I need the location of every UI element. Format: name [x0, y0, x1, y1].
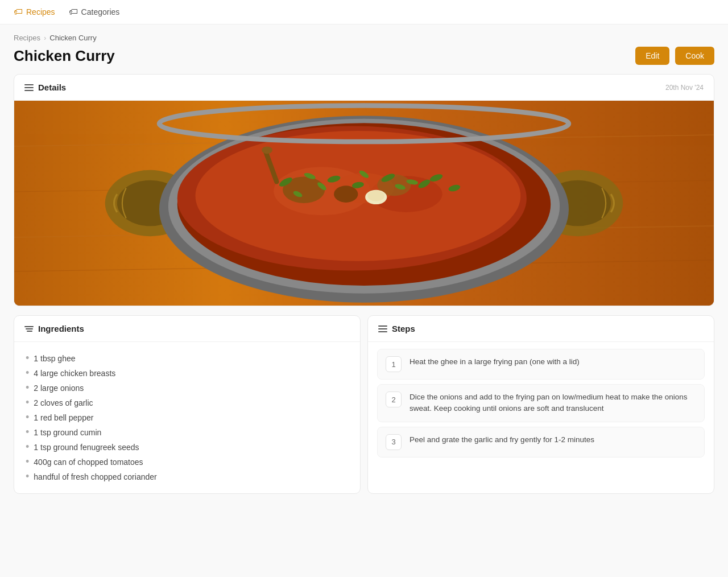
- cook-button[interactable]: Cook: [675, 47, 714, 65]
- details-card-title: Details: [24, 83, 66, 92]
- bullet-icon: •: [26, 368, 29, 378]
- curry-bowl-svg: [14, 101, 714, 306]
- steps-list: 1 Heat the ghee in a large frying pan (o…: [368, 342, 714, 464]
- step-number: 1: [386, 356, 402, 372]
- table-row: 1 Heat the ghee in a large frying pan (o…: [377, 349, 705, 380]
- list-item: •2 cloves of garlic: [26, 395, 349, 410]
- bullet-icon: •: [26, 456, 29, 467]
- steps-title-group: Steps: [378, 324, 415, 333]
- ingredients-card: Ingredients •1 tbsp ghee•4 large chicken…: [14, 315, 361, 494]
- nav-item-recipes[interactable]: 🏷 Recipes: [14, 7, 55, 17]
- edit-button[interactable]: Edit: [635, 47, 669, 65]
- ingredients-title: Ingredients: [38, 324, 84, 333]
- page-header: Chicken Curry Edit Cook: [0, 44, 728, 74]
- nav-recipes-label: Recipes: [26, 7, 55, 17]
- categories-icon: 🏷: [69, 7, 78, 17]
- details-icon: [24, 84, 34, 91]
- step-number: 3: [386, 434, 402, 450]
- nav-item-categories[interactable]: 🏷 Categories: [69, 7, 120, 17]
- recipes-icon: 🏷: [14, 7, 23, 17]
- step-text: Peel and grate the garlic and fry gently…: [410, 434, 594, 446]
- steps-card-header: Steps: [368, 316, 714, 342]
- page-title: Chicken Curry: [14, 47, 115, 65]
- details-card-header: Details 20th Nov '24: [14, 75, 714, 101]
- list-item: •1 tsp ground cumin: [26, 425, 349, 440]
- list-item: •4 large chicken breasts: [26, 366, 349, 381]
- recipe-image: [14, 101, 714, 306]
- step-text: Dice the onions and add to the frying pa…: [410, 391, 696, 415]
- bullet-icon: •: [26, 397, 29, 407]
- list-item: •handful of fresh chopped coriander: [26, 469, 349, 484]
- breadcrumb-current: Chicken Curry: [49, 34, 96, 42]
- svg-point-21: [367, 191, 384, 201]
- details-date: 20th Nov '24: [665, 84, 704, 92]
- steps-title: Steps: [392, 324, 415, 333]
- table-row: 3 Peel and grate the garlic and fry gent…: [377, 427, 705, 458]
- header-actions: Edit Cook: [635, 47, 714, 65]
- bullet-icon: •: [26, 382, 29, 393]
- ingredients-card-header: Ingredients: [14, 316, 360, 342]
- breadcrumb-separator: ›: [44, 34, 46, 42]
- steps-card: Steps 1 Heat the ghee in a large frying …: [367, 315, 714, 494]
- step-number: 2: [386, 391, 402, 407]
- bullet-icon: •: [26, 427, 29, 437]
- two-col-section: Ingredients •1 tbsp ghee•4 large chicken…: [14, 315, 714, 494]
- svg-point-36: [262, 146, 272, 154]
- steps-icon: [378, 325, 387, 332]
- breadcrumb-parent[interactable]: Recipes: [14, 34, 40, 42]
- table-row: 2 Dice the onions and add to the frying …: [377, 384, 705, 422]
- ingredients-icon: [24, 326, 34, 332]
- svg-point-19: [334, 186, 358, 203]
- bullet-icon: •: [26, 471, 29, 481]
- breadcrumb: Recipes › Chicken Curry: [0, 24, 728, 44]
- ingredients-title-group: Ingredients: [24, 324, 84, 333]
- bullet-icon: •: [26, 442, 29, 452]
- list-item: •1 tbsp ghee: [26, 351, 349, 366]
- bullet-icon: •: [26, 353, 29, 363]
- ingredients-list: •1 tbsp ghee•4 large chicken breasts•2 l…: [14, 342, 360, 493]
- list-item: •400g can of chopped tomatoes: [26, 455, 349, 469]
- step-text: Heat the ghee in a large frying pan (one…: [410, 356, 580, 368]
- main-nav: 🏷 Recipes 🏷 Categories: [0, 0, 728, 24]
- bullet-icon: •: [26, 412, 29, 422]
- list-item: •1 red bell pepper: [26, 410, 349, 425]
- details-card: Details 20th Nov '24: [14, 74, 714, 306]
- nav-categories-label: Categories: [81, 7, 120, 17]
- list-item: •2 large onions: [26, 381, 349, 395]
- list-item: •1 tsp ground fenugreek seeds: [26, 440, 349, 455]
